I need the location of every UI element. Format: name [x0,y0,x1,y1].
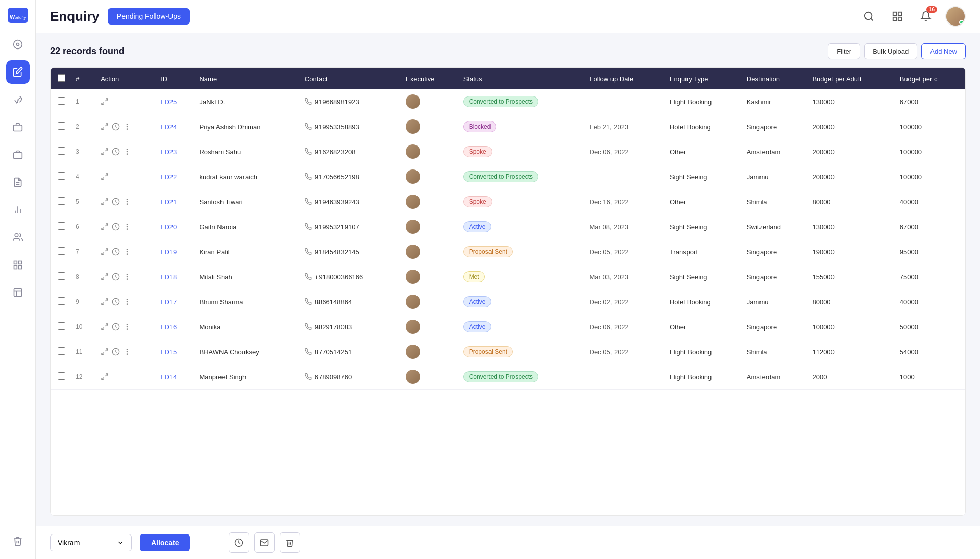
row-checkbox[interactable] [58,197,65,205]
delete-icon-button[interactable] [280,532,300,553]
notification-icon-button[interactable]: 16 [917,7,935,26]
phone-icon [305,98,312,105]
row-budget-adult: 130000 [807,214,894,239]
col-destination: Destination [742,68,807,89]
expand-icon[interactable] [101,223,109,231]
row-name: Priya Ashish Dhiman [194,114,299,139]
more-icon[interactable] [123,323,131,331]
expand-icon[interactable] [101,148,109,156]
table-row: 2 LD24 Priya Ashish Dhiman 919953358893 … [51,114,965,139]
row-contact: 91626823208 [300,139,401,164]
expand-icon[interactable] [101,98,109,106]
expand-icon[interactable] [101,348,109,356]
table-row: 8 LD18 Mitali Shah +918000366166 Met Mar… [51,264,965,289]
more-icon[interactable] [123,123,131,131]
clock-row-icon[interactable] [112,198,120,206]
expand-icon[interactable] [101,298,109,306]
clock-row-icon[interactable] [112,273,120,281]
allocate-dropdown[interactable]: Vikram [50,534,132,551]
row-number: 10 [70,314,95,339]
row-status: Spoke [458,139,584,164]
filter-button[interactable]: Filter [828,43,860,59]
more-icon[interactable] [123,248,131,256]
row-name: Kiran Patil [194,239,299,264]
expand-icon[interactable] [101,248,109,256]
row-checkbox[interactable] [58,222,65,230]
row-checkbox[interactable] [58,297,65,305]
allocate-button[interactable]: Allocate [140,534,190,551]
clock-row-icon[interactable] [112,323,120,331]
sidebar-item-trash[interactable] [6,529,30,553]
clock-row-icon[interactable] [112,148,120,156]
row-checkbox[interactable] [58,272,65,280]
row-actions [95,239,156,264]
row-checkbox[interactable] [58,172,65,180]
add-new-button[interactable]: Add New [921,43,966,59]
row-checkbox[interactable] [58,372,65,380]
sidebar-item-reports[interactable] [6,171,30,194]
executive-avatar [406,370,420,384]
pending-followups-button[interactable]: Pending Follow-Ups [108,8,190,25]
clock-row-icon[interactable] [112,298,120,306]
row-checkbox[interactable] [58,122,65,130]
sidebar-item-enquiry[interactable] [6,60,30,84]
more-icon[interactable] [123,198,131,206]
sidebar-item-dashboard[interactable] [6,33,30,56]
row-action-icons [101,323,151,331]
bulk-upload-button[interactable]: Bulk Upload [864,43,917,59]
row-destination: Singapore [742,264,807,289]
row-id: LD17 [156,289,194,314]
phone-icon [305,223,312,230]
row-number: 11 [70,339,95,364]
svg-point-57 [127,324,128,325]
clock-row-icon[interactable] [112,123,120,131]
row-checkbox[interactable] [58,347,65,355]
clock-row-icon[interactable] [112,348,120,356]
row-number: 1 [70,89,95,114]
row-executive [401,239,458,264]
expand-icon[interactable] [101,198,109,206]
executive-avatar [406,220,420,234]
expand-icon[interactable] [101,323,109,331]
more-icon[interactable] [123,148,131,156]
expand-icon[interactable] [101,273,109,281]
sidebar-item-briefcase[interactable] [6,143,30,166]
select-all-checkbox[interactable] [58,74,65,82]
more-icon[interactable] [123,298,131,306]
sidebar-item-users[interactable] [6,226,30,249]
row-status: Active [458,289,584,314]
sidebar-item-chart[interactable] [6,198,30,222]
more-icon[interactable] [123,273,131,281]
row-executive [401,164,458,189]
more-icon[interactable] [123,223,131,231]
clock-row-icon[interactable] [112,248,120,256]
sidebar-item-packages[interactable] [6,115,30,139]
allocate-name: Vikram [58,539,80,547]
row-budget-c: 1000 [895,364,965,390]
table-header-row: # Action ID Name Contact Executive Statu… [51,68,965,89]
row-checkbox[interactable] [58,322,65,330]
status-badge: Converted to Prospects [463,371,538,382]
row-checkbox[interactable] [58,147,65,155]
email-icon-button[interactable] [254,532,275,553]
sidebar-item-rocket[interactable] [6,88,30,111]
row-contact: 8866148864 [300,289,401,314]
sidebar-item-layout[interactable] [6,281,30,304]
clock-row-icon[interactable] [112,223,120,231]
more-icon[interactable] [123,348,131,356]
sidebar-item-grid[interactable] [6,253,30,277]
row-checkbox-cell [51,239,70,264]
svg-rect-17 [18,266,21,269]
expand-icon[interactable] [101,123,109,131]
user-avatar[interactable] [945,6,966,27]
schedule-icon-button[interactable] [229,532,249,553]
grid-view-icon-button[interactable] [888,7,906,26]
search-icon-button[interactable] [860,7,878,26]
row-checkbox[interactable] [58,247,65,255]
row-action-icons [101,273,151,281]
svg-point-48 [127,276,128,277]
expand-icon[interactable] [101,173,109,181]
expand-icon[interactable] [101,373,109,381]
row-status: Spoke [458,189,584,214]
row-checkbox[interactable] [58,97,65,105]
